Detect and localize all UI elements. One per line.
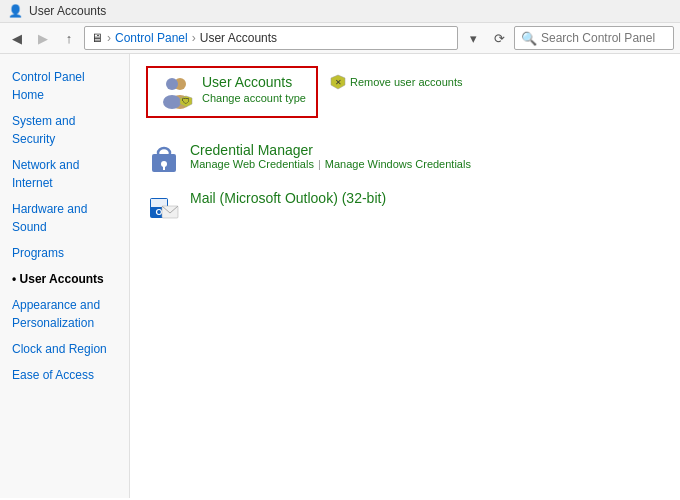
credential-manager-section: Credential Manager Manage Web Credential… bbox=[146, 136, 664, 184]
user-accounts-icon: 🛡 bbox=[158, 74, 194, 110]
change-account-type-link[interactable]: Change account type bbox=[202, 92, 306, 104]
breadcrumb: 🖥 › Control Panel › User Accounts bbox=[84, 26, 458, 50]
back-button[interactable]: ◀ bbox=[6, 27, 28, 49]
mail-title[interactable]: Mail (Microsoft Outlook) (32-bit) bbox=[190, 190, 386, 206]
user-accounts-section: 🛡 User Accounts Change account type bbox=[146, 66, 318, 118]
main-layout: Control Panel Home System and Security N… bbox=[0, 54, 680, 498]
dropdown-button[interactable]: ▾ bbox=[462, 27, 484, 49]
sidebar-item-hardware-and-sound[interactable]: Hardware and Sound bbox=[0, 196, 129, 240]
sidebar-item-appearance[interactable]: Appearance and Personalization bbox=[0, 292, 129, 336]
breadcrumb-control-panel[interactable]: Control Panel bbox=[115, 31, 188, 45]
sidebar-item-user-accounts: User Accounts bbox=[0, 266, 129, 292]
svg-text:🛡: 🛡 bbox=[182, 97, 190, 106]
search-input[interactable] bbox=[541, 31, 667, 45]
user-accounts-title[interactable]: User Accounts bbox=[202, 74, 306, 90]
up-button[interactable]: ↑ bbox=[58, 27, 80, 49]
search-icon: 🔍 bbox=[521, 31, 537, 46]
sidebar-item-clock-and-region[interactable]: Clock and Region bbox=[0, 336, 129, 362]
window-title: User Accounts bbox=[29, 4, 106, 18]
mail-icon: O bbox=[146, 190, 182, 226]
sidebar-item-control-panel-home[interactable]: Control Panel Home bbox=[0, 64, 129, 108]
title-bar: 👤 User Accounts bbox=[0, 0, 680, 23]
breadcrumb-home-icon: 🖥 bbox=[91, 31, 103, 45]
remove-accounts-icon: ✕ bbox=[330, 74, 346, 90]
forward-button[interactable]: ▶ bbox=[32, 27, 54, 49]
sidebar-item-programs[interactable]: Programs bbox=[0, 240, 129, 266]
svg-rect-11 bbox=[163, 166, 165, 170]
credential-manager-title[interactable]: Credential Manager bbox=[190, 142, 471, 158]
sidebar-item-system-and-security[interactable]: System and Security bbox=[0, 108, 129, 152]
svg-text:O: O bbox=[155, 207, 162, 217]
breadcrumb-current: User Accounts bbox=[200, 31, 277, 45]
svg-text:✕: ✕ bbox=[334, 78, 341, 87]
content-area: 🛡 User Accounts Change account type ✕ Re… bbox=[130, 54, 680, 498]
search-box: 🔍 bbox=[514, 26, 674, 50]
sidebar-item-network-and-internet[interactable]: Network and Internet bbox=[0, 152, 129, 196]
manage-windows-credentials-link[interactable]: Manage Windows Credentials bbox=[325, 158, 471, 170]
remove-user-accounts-link[interactable]: Remove user accounts bbox=[350, 76, 463, 88]
sidebar: Control Panel Home System and Security N… bbox=[0, 54, 130, 498]
address-bar: ◀ ▶ ↑ 🖥 › Control Panel › User Accounts … bbox=[0, 23, 680, 54]
manage-web-credentials-link[interactable]: Manage Web Credentials bbox=[190, 158, 314, 170]
credential-manager-icon bbox=[146, 142, 182, 178]
window-icon: 👤 bbox=[8, 4, 23, 18]
sidebar-item-ease-of-access[interactable]: Ease of Access bbox=[0, 362, 129, 388]
svg-point-3 bbox=[163, 95, 181, 109]
svg-point-2 bbox=[166, 78, 178, 90]
mail-section: O Mail (Microsoft Outlook) (32-bit) bbox=[146, 184, 664, 232]
refresh-button[interactable]: ⟳ bbox=[488, 27, 510, 49]
